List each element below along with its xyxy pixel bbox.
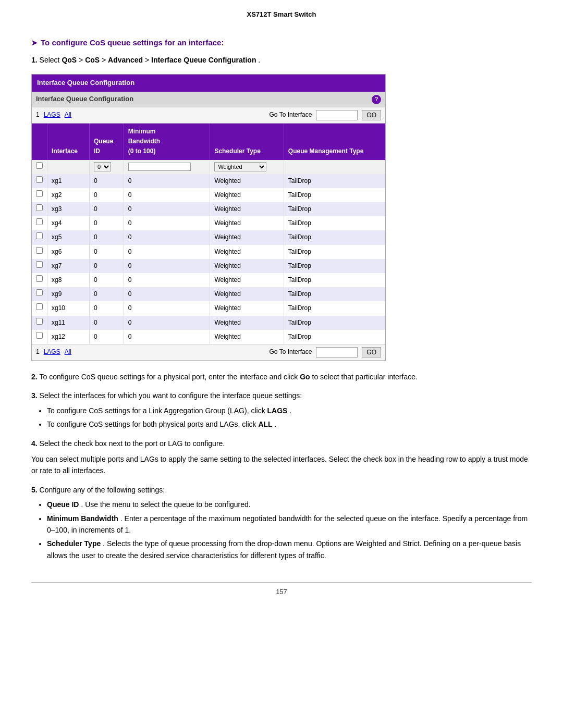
cell-interface: xg11 <box>47 316 90 330</box>
col-min-bandwidth: MinimumBandwidth(0 to 100) <box>124 124 210 160</box>
cell-interface: xg3 <box>47 202 90 216</box>
bullet-scheduler-type: Scheduler Type . Selects the type of que… <box>47 538 532 561</box>
row-checkbox[interactable] <box>36 176 43 183</box>
row-checkbox[interactable] <box>36 275 43 282</box>
page-number: 157 <box>276 588 287 596</box>
cell-queue-id: 0 <box>90 230 124 244</box>
table-row: xg7 0 0 Weighted TailDrop <box>32 259 385 273</box>
col-checkbox <box>32 124 47 160</box>
steps-list: Select QoS > CoS > Advanced > Interface … <box>31 54 532 561</box>
cell-bandwidth: 0 <box>124 174 210 188</box>
ui-panel: Interface Queue Configuration Interface … <box>31 74 386 361</box>
go-to-interface-label-bottom: Go To Interface <box>270 347 312 357</box>
step-5-bullets: Queue ID . Use the menu to select the qu… <box>31 499 532 561</box>
page-num-bottom: 1 <box>36 347 40 357</box>
cell-qmt: TailDrop <box>284 316 385 330</box>
cell-qmt: TailDrop <box>284 330 385 344</box>
table-row: xg4 0 0 Weighted TailDrop <box>32 216 385 230</box>
cell-interface: xg8 <box>47 273 90 287</box>
step-4: Select the check box next to the port or… <box>31 438 532 477</box>
go-to-interface-label-top: Go To Interface <box>270 110 312 120</box>
go-button-bottom[interactable]: GO <box>362 347 381 357</box>
cell-queue-id: 0 <box>90 174 124 188</box>
col-qmt: Queue Management Type <box>284 124 385 160</box>
row-checkbox[interactable] <box>36 232 43 239</box>
table-row: xg3 0 0 Weighted TailDrop <box>32 202 385 216</box>
step-3-bullets: To configure CoS settings for a Link Agg… <box>31 405 532 430</box>
cell-scheduler: Weighted <box>210 216 284 230</box>
cell-scheduler: Weighted <box>210 330 284 344</box>
header-title: XS712T Smart Switch <box>247 10 316 18</box>
select-all-checkbox[interactable] <box>36 162 43 169</box>
lags-link-bottom[interactable]: LAGS <box>44 347 60 357</box>
step-5: Configure any of the following settings:… <box>31 484 532 561</box>
cell-queue-id: 0 <box>90 287 124 301</box>
cell-scheduler: Weighted <box>210 202 284 216</box>
row-checkbox[interactable] <box>36 190 43 197</box>
row-checkbox[interactable] <box>36 247 43 254</box>
subheader-label: Interface Queue Configuration <box>36 94 133 105</box>
table-header-row: Interface QueueID MinimumBandwidth(0 to … <box>32 124 385 160</box>
cell-scheduler: Weighted <box>210 230 284 244</box>
cell-bandwidth: 0 <box>124 273 210 287</box>
row-checkbox[interactable] <box>36 218 43 225</box>
step-4-para: You can select multiple ports and LAGs t… <box>31 453 532 477</box>
bullet-item: To configure CoS settings for a Link Agg… <box>47 405 532 416</box>
row-checkbox[interactable] <box>36 289 43 296</box>
go-to-interface-input-bottom[interactable] <box>316 347 358 357</box>
cell-bandwidth: 0 <box>124 216 210 230</box>
cell-scheduler: Weighted <box>210 174 284 188</box>
section-title: To configure CoS queue settings for an i… <box>31 38 532 47</box>
go-to-interface-input-top[interactable] <box>316 110 358 120</box>
queue-id-select[interactable]: 0 1 2 3 <box>94 162 111 171</box>
all-link-top[interactable]: All <box>65 110 71 120</box>
cell-qmt: TailDrop <box>284 287 385 301</box>
scheduler-select[interactable]: Weighted Strict <box>214 162 266 171</box>
go-button-top[interactable]: GO <box>362 110 381 120</box>
cell-bandwidth: 0 <box>124 202 210 216</box>
bullet-item: To configure CoS settings for both physi… <box>47 418 532 430</box>
top-toolbar: 1 LAGS All Go To Interface GO <box>32 107 385 124</box>
help-icon[interactable]: ? <box>372 95 381 104</box>
lags-link-top[interactable]: LAGS <box>44 110 60 120</box>
cell-scheduler: Weighted <box>210 245 284 259</box>
cell-interface: xg9 <box>47 287 90 301</box>
cell-qmt: TailDrop <box>284 273 385 287</box>
edit-scheduler-cell: Weighted Strict <box>210 160 284 174</box>
cell-scheduler: Weighted <box>210 287 284 301</box>
bandwidth-input[interactable] <box>128 163 191 171</box>
table-row: xg2 0 0 Weighted TailDrop <box>32 188 385 202</box>
table-row: xg8 0 0 Weighted TailDrop <box>32 273 385 287</box>
cell-interface: xg7 <box>47 259 90 273</box>
all-link-bottom[interactable]: All <box>65 347 71 357</box>
table-row: xg9 0 0 Weighted TailDrop <box>32 287 385 301</box>
table-row: xg12 0 0 Weighted TailDrop <box>32 330 385 344</box>
row-checkbox[interactable] <box>36 332 43 339</box>
col-scheduler-type: Scheduler Type <box>210 124 284 160</box>
cell-bandwidth: 0 <box>124 230 210 244</box>
panel-inner: Interface Queue Configuration ? 1 LAGS A… <box>32 92 385 360</box>
table-row: xg6 0 0 Weighted TailDrop <box>32 245 385 259</box>
bullet-min-bandwidth: Minimum Bandwidth . Enter a percentage o… <box>47 513 532 536</box>
cell-qmt: TailDrop <box>284 230 385 244</box>
edit-row: 0 1 2 3 <box>32 160 385 174</box>
step-1: Select QoS > CoS > Advanced > Interface … <box>31 54 532 361</box>
cell-scheduler: Weighted <box>210 188 284 202</box>
cell-interface: xg1 <box>47 174 90 188</box>
table-row: xg10 0 0 Weighted TailDrop <box>32 301 385 315</box>
cell-queue-id: 0 <box>90 216 124 230</box>
cell-queue-id: 0 <box>90 330 124 344</box>
row-checkbox[interactable] <box>36 303 43 310</box>
row-checkbox[interactable] <box>36 318 43 325</box>
edit-queue-id-cell: 0 1 2 3 <box>90 160 124 174</box>
cell-qmt: TailDrop <box>284 216 385 230</box>
cell-interface: xg6 <box>47 245 90 259</box>
row-checkbox[interactable] <box>36 204 43 211</box>
bullet-queue-id: Queue ID . Use the menu to select the qu… <box>47 499 532 510</box>
cell-bandwidth: 0 <box>124 245 210 259</box>
bottom-toolbar: 1 LAGS All Go To Interface GO <box>32 344 385 360</box>
row-checkbox[interactable] <box>36 261 43 268</box>
panel-subheader: Interface Queue Configuration ? <box>32 92 385 107</box>
cell-interface: xg12 <box>47 330 90 344</box>
table-row: xg1 0 0 Weighted TailDrop <box>32 174 385 188</box>
